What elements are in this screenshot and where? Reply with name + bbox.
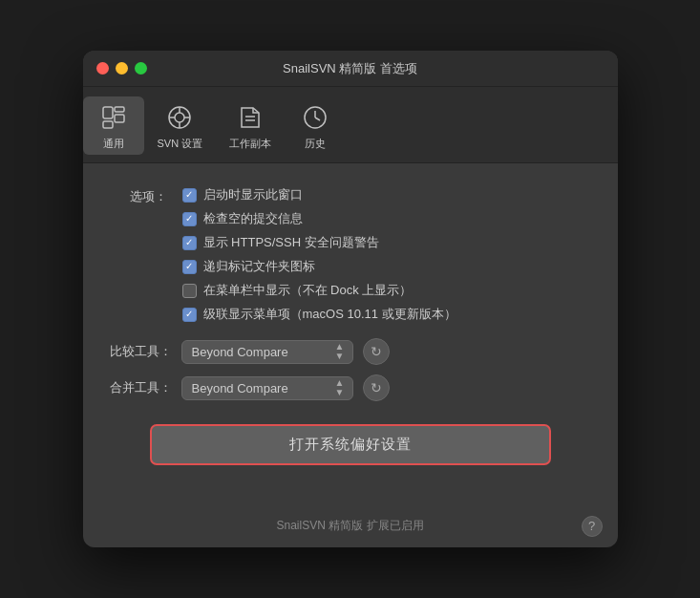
svn-icon (162, 100, 197, 135)
footer-text: SnailSVN 精简版 扩展已启用 (276, 518, 423, 534)
toolbar: 通用 SVN 设置 (83, 87, 618, 163)
checkbox-row-show-https[interactable]: 显示 HTTPS/SSH 安全问题警告 (182, 234, 456, 251)
merge-tool-label: 合并工具： (110, 379, 172, 396)
toolbar-item-general[interactable]: 通用 (83, 96, 144, 155)
toolbar-item-history[interactable]: 历史 (285, 96, 346, 155)
options-label: 选项： (110, 186, 167, 323)
checkbox-show-window[interactable] (182, 188, 197, 203)
checkbox-label-cascade-menu: 级联显示菜单项（macOS 10.11 或更新版本） (203, 306, 456, 323)
options-section: 选项： 启动时显示此窗口 检查空的提交信息 显示 HTTPS/SSH 安全问题警… (110, 186, 591, 323)
toolbar-label-working-copy: 工作副本 (229, 137, 271, 151)
traffic-lights (96, 62, 147, 75)
checkbox-recursive-icons[interactable] (182, 260, 197, 274)
checkbox-label-show-window: 启动时显示此窗口 (203, 186, 303, 203)
checkbox-label-menubar: 在菜单栏中显示（不在 Dock 上显示） (203, 282, 413, 299)
checkboxes-list: 启动时显示此窗口 检查空的提交信息 显示 HTTPS/SSH 安全问题警告 递归… (182, 186, 456, 323)
compare-tool-arrows: ▲ ▼ (335, 342, 345, 361)
compare-tool-value: Beyond Compare (192, 345, 288, 359)
checkbox-show-https[interactable] (182, 236, 197, 250)
checkbox-label-check-commit: 检查空的提交信息 (203, 210, 303, 227)
merge-tool-dropdown[interactable]: Beyond Compare ▲ ▼ (181, 376, 353, 400)
close-button[interactable] (96, 62, 109, 75)
toolbar-label-general: 通用 (103, 137, 124, 151)
working-copy-icon (233, 100, 267, 135)
merge-tool-refresh[interactable]: ↻ (363, 374, 390, 401)
checkbox-label-recursive-icons: 递归标记文件夹图标 (203, 258, 315, 275)
preferences-window: SnailSVN 精简版 首选项 通用 (83, 51, 618, 547)
help-button[interactable]: ? (582, 516, 603, 537)
tool-section: 比较工具： Beyond Compare ▲ ▼ ↻ 合并工具： Beyond … (110, 338, 591, 401)
footer: SnailSVN 精简版 扩展已启用 ? (83, 508, 618, 547)
checkbox-row-menubar[interactable]: 在菜单栏中显示（不在 Dock 上显示） (182, 282, 456, 299)
checkbox-row-check-commit[interactable]: 检查空的提交信息 (182, 210, 456, 227)
minimize-button[interactable] (116, 62, 128, 75)
history-icon (298, 100, 332, 135)
checkbox-check-commit[interactable] (182, 212, 197, 226)
svg-point-5 (175, 113, 184, 122)
svg-rect-2 (115, 115, 124, 122)
compare-tool-row: 比较工具： Beyond Compare ▲ ▼ ↻ (110, 338, 591, 365)
toolbar-label-svn: SVN 设置 (158, 137, 203, 151)
window-title: SnailSVN 精简版 首选项 (283, 60, 417, 77)
merge-tool-value: Beyond Compare (192, 381, 288, 395)
content-area: 选项： 启动时显示此窗口 检查空的提交信息 显示 HTTPS/SSH 安全问题警… (83, 163, 618, 508)
svg-rect-0 (103, 107, 113, 118)
checkbox-cascade-menu[interactable] (182, 308, 197, 322)
checkbox-row-recursive-icons[interactable]: 递归标记文件夹图标 (182, 258, 456, 275)
checkbox-menubar[interactable] (182, 284, 197, 298)
checkbox-row-cascade-menu[interactable]: 级联显示菜单项（macOS 10.11 或更新版本） (182, 306, 456, 323)
merge-tool-row: 合并工具： Beyond Compare ▲ ▼ ↻ (110, 374, 591, 401)
open-btn-container: 打开系统偏好设置 (110, 424, 591, 465)
compare-tool-label: 比较工具： (110, 343, 172, 360)
svg-rect-3 (103, 121, 113, 128)
compare-tool-refresh[interactable]: ↻ (363, 338, 390, 365)
merge-tool-arrows: ▲ ▼ (335, 378, 345, 397)
toolbar-item-svn[interactable]: SVN 设置 (144, 96, 217, 155)
open-system-prefs-button[interactable]: 打开系统偏好设置 (150, 424, 551, 465)
svg-line-14 (315, 117, 320, 120)
maximize-button[interactable] (135, 62, 147, 75)
toolbar-item-working-copy[interactable]: 工作副本 (216, 96, 285, 155)
title-bar: SnailSVN 精简版 首选项 (83, 51, 618, 87)
checkbox-row-show-window[interactable]: 启动时显示此窗口 (182, 186, 456, 203)
checkbox-label-show-https: 显示 HTTPS/SSH 安全问题警告 (203, 234, 379, 251)
toolbar-label-history: 历史 (305, 137, 326, 151)
svg-rect-1 (115, 107, 124, 112)
general-icon (96, 100, 131, 135)
compare-tool-dropdown[interactable]: Beyond Compare ▲ ▼ (181, 340, 353, 364)
